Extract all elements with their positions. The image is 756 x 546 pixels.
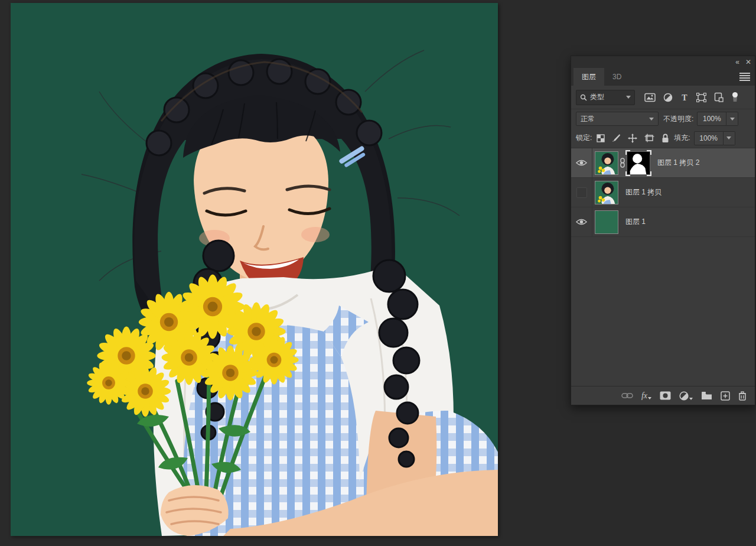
new-adjustment-layer-icon[interactable] [679, 391, 693, 401]
layer-name[interactable]: 图层 1 拷贝 [625, 187, 662, 197]
blend-mode-row: 正常 不透明度: 100% [571, 109, 755, 128]
layer-row-1[interactable]: 图层 1 拷贝 2 [571, 148, 755, 178]
layer-list: 图层 1 拷贝 2 图层 1 拷贝 [571, 148, 755, 237]
new-group-icon[interactable] [701, 391, 712, 400]
lock-label: 锁定: [576, 133, 592, 143]
panel-tab-bar: 图层 3D [571, 68, 755, 86]
smart-object-filter-icon[interactable] [714, 92, 724, 102]
visibility-toggle[interactable] [571, 207, 592, 236]
close-panel-icon[interactable]: ✕ [745, 58, 751, 66]
layer-row-3[interactable]: 图层 1 [571, 207, 755, 237]
mask-link-icon[interactable] [620, 158, 625, 168]
layers-panel-footer: fx [571, 386, 755, 405]
link-layers-icon[interactable] [621, 392, 633, 399]
blend-mode-value: 正常 [581, 114, 649, 124]
opacity-input[interactable]: 100% [697, 112, 726, 126]
chevron-down-icon [726, 136, 731, 139]
panel-menu-icon[interactable] [739, 73, 750, 81]
visibility-toggle[interactable] [571, 178, 592, 207]
mask-selected-corner [625, 171, 630, 176]
pixel-layer-filter-icon[interactable] [644, 93, 656, 102]
shape-layer-filter-icon[interactable] [696, 93, 706, 102]
mask-selected-corner [625, 150, 630, 155]
type-layer-filter-icon[interactable]: T [680, 93, 689, 102]
visibility-toggle[interactable] [571, 148, 592, 177]
delete-layer-icon[interactable] [738, 391, 747, 401]
fill-value: 100% [699, 134, 718, 142]
add-layer-mask-icon[interactable] [660, 391, 671, 400]
layer-row-2[interactable]: 图层 1 拷贝 [571, 178, 755, 207]
lock-position-icon[interactable] [628, 134, 637, 143]
layer-name[interactable]: 图层 1 [625, 217, 646, 227]
layer-thumbnail[interactable] [595, 151, 618, 175]
layer-name[interactable]: 图层 1 拷贝 2 [657, 158, 699, 168]
chevron-down-icon [648, 397, 651, 399]
lock-image-pixels-icon[interactable] [612, 134, 621, 142]
filter-type-buttons: T [644, 92, 739, 103]
layer-mask-thumbnail[interactable] [627, 151, 650, 175]
lock-artboard-icon[interactable] [644, 134, 654, 142]
filter-kind-select[interactable]: 类型 [576, 90, 635, 105]
filter-kind-label: 类型 [590, 92, 623, 102]
chevron-down-icon [649, 118, 654, 121]
chevron-down-icon [626, 96, 631, 99]
mask-selected-corner [647, 150, 651, 155]
new-layer-icon[interactable] [721, 391, 730, 401]
fill-label: 填充: [674, 133, 690, 143]
layers-panel-header: « ✕ [571, 56, 755, 68]
opacity-label: 不透明度: [663, 114, 693, 124]
canvas-photo-girl-with-flowers [11, 3, 498, 536]
layers-panel: « ✕ 图层 3D 类型 [571, 56, 755, 405]
lock-buttons [597, 134, 669, 143]
tab-3d[interactable]: 3D [604, 68, 630, 86]
filter-toggle[interactable] [731, 92, 739, 103]
fill-dropdown-button[interactable] [724, 131, 735, 145]
layer-style-fx-icon[interactable]: fx [641, 392, 651, 400]
eye-hidden-well [576, 187, 587, 198]
eye-icon [576, 218, 587, 226]
opacity-value: 100% [703, 115, 721, 123]
mask-selected-corner [647, 171, 651, 176]
svg-text:T: T [682, 93, 687, 102]
blend-mode-select[interactable]: 正常 [576, 112, 659, 126]
opacity-dropdown-button[interactable] [726, 112, 738, 126]
collapse-panel-icon[interactable]: « [735, 58, 739, 66]
layer-thumbnail[interactable] [595, 181, 618, 204]
search-icon [580, 94, 587, 101]
eye-icon [576, 159, 587, 167]
chevron-down-icon [689, 398, 693, 400]
layer-filter-row: 类型 T [571, 86, 755, 109]
fx-label: fx [641, 392, 647, 400]
fill-input[interactable]: 100% [694, 131, 724, 145]
document-canvas[interactable] [11, 3, 498, 536]
chevron-down-icon [730, 118, 735, 121]
adjustment-layer-filter-icon[interactable] [663, 93, 673, 102]
lock-row: 锁定: [571, 128, 755, 148]
tab-layers[interactable]: 图层 [573, 68, 604, 86]
lock-all-icon[interactable] [662, 134, 669, 143]
layer-thumbnail[interactable] [595, 210, 618, 234]
lock-transparent-pixels-icon[interactable] [597, 134, 605, 142]
